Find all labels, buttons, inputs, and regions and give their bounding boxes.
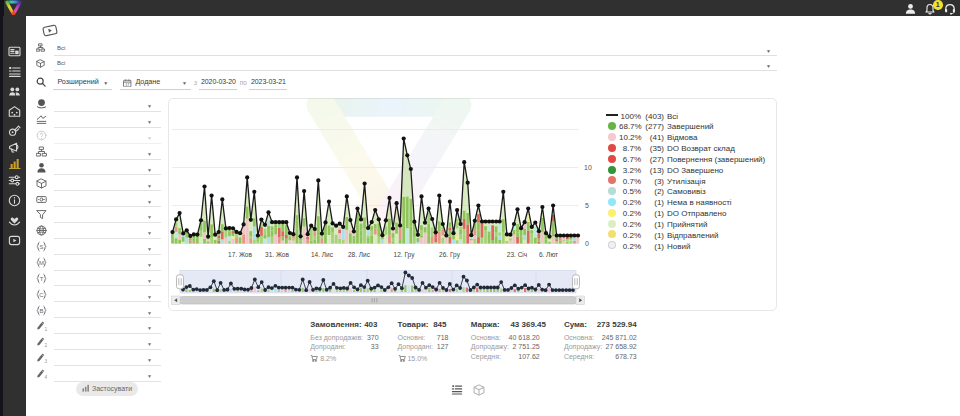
svg-text:5: 5 — [585, 202, 589, 209]
svg-text:17. Жов: 17. Жов — [228, 251, 252, 258]
svg-text:17: 17 — [125, 83, 129, 87]
svg-text:3: 3 — [45, 358, 47, 363]
svg-text:14. Лис: 14. Лис — [311, 251, 334, 258]
svg-text:23. Січ: 23. Січ — [507, 251, 527, 258]
svg-text:4: 4 — [45, 374, 47, 379]
svg-text:28. Лис: 28. Лис — [348, 251, 371, 258]
svg-text:10: 10 — [584, 164, 592, 171]
svg-text:12. Гру: 12. Гру — [394, 251, 416, 259]
svg-text:T: T — [40, 276, 44, 282]
svg-text:26. Гру: 26. Гру — [439, 251, 461, 259]
svg-text:C: C — [39, 292, 44, 298]
svg-text:31. Жов: 31. Жов — [265, 251, 289, 258]
svg-text:M: M — [39, 260, 44, 266]
svg-text:S: S — [39, 244, 43, 250]
svg-text:2: 2 — [45, 342, 47, 347]
svg-text:B: B — [39, 308, 43, 314]
svg-text:6. Лют: 6. Лют — [539, 251, 558, 258]
svg-text:0: 0 — [585, 240, 589, 247]
svg-text:1: 1 — [45, 326, 47, 331]
